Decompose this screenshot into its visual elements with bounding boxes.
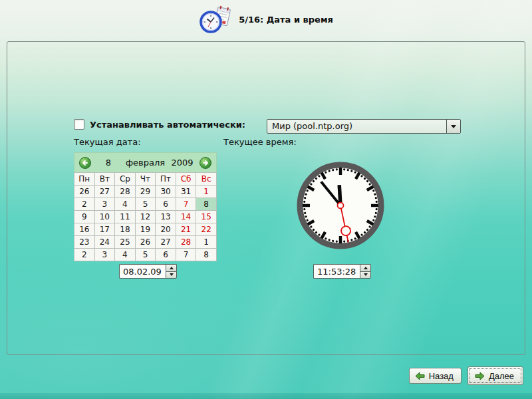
calendar-day-cell[interactable]: 30 xyxy=(156,186,176,198)
content-panel: Устанавливать автоматически: Мир (pool.n… xyxy=(7,41,525,355)
calendar-day-cell[interactable]: 27 xyxy=(94,186,115,198)
back-button[interactable]: Назад xyxy=(409,368,462,384)
calendar-day-cell[interactable]: 5 xyxy=(135,249,156,261)
calendar-day-cell[interactable]: 18 xyxy=(115,223,136,236)
calendar-day-cell[interactable]: 23 xyxy=(74,236,95,249)
calendar-month-value: февраля xyxy=(126,158,165,168)
weekday-header-cell: Чт xyxy=(135,173,156,186)
calendar-day-cell[interactable]: 28 xyxy=(176,236,196,249)
calendar-day-cell[interactable]: 25 xyxy=(115,236,136,249)
weekday-header-cell: Ср xyxy=(115,173,136,186)
auto-set-checkbox[interactable] xyxy=(74,119,84,130)
time-spinner-buttons xyxy=(360,264,371,279)
calendar-day-cell[interactable]: 31 xyxy=(176,186,196,198)
ntp-server-dropdown[interactable]: Мир (pool.ntp.org) xyxy=(267,119,461,134)
wizard-nav-buttons: Назад Далее xyxy=(409,366,523,385)
calendar-day-cell[interactable]: 19 xyxy=(135,223,156,236)
calendar-day-cell[interactable]: 26 xyxy=(74,186,95,198)
calendar-day-cell[interactable]: 28 xyxy=(115,186,136,198)
calendar-day-cell[interactable]: 21 xyxy=(176,223,196,236)
calendar-week-row: 2627282930311 xyxy=(74,186,217,198)
weekday-header-cell: Вс xyxy=(196,173,217,186)
calendar-day-cell[interactable]: 3 xyxy=(94,249,115,261)
calendar-day-cell[interactable]: 24 xyxy=(94,236,115,249)
time-spinner xyxy=(313,264,371,279)
weekday-header-cell: Пт xyxy=(156,173,176,186)
calendar-day-cell[interactable]: 14 xyxy=(176,211,196,223)
calendar-day-cell[interactable]: 6 xyxy=(156,249,176,261)
date-spin-up-button[interactable] xyxy=(166,264,177,271)
up-arrow-icon xyxy=(364,267,368,269)
wizard-header: 5/16: Дата и время xyxy=(0,0,532,39)
analog-clock xyxy=(296,161,385,250)
date-spin-down-button[interactable] xyxy=(166,271,177,279)
weekday-header-cell: Пн xyxy=(74,173,95,186)
green-right-arrow-icon xyxy=(475,372,485,380)
next-button-label: Далее xyxy=(489,371,514,381)
page-title: 5/16: Дата и время xyxy=(239,15,333,25)
next-button[interactable]: Далее xyxy=(467,366,523,385)
calendar-day-cell[interactable]: 2 xyxy=(74,249,95,261)
back-button-label: Назад xyxy=(429,371,454,381)
bottom-accent-strip xyxy=(0,393,532,399)
down-arrow-icon xyxy=(170,273,174,276)
calendar-nav-bar: 8 февраля 2009 xyxy=(74,152,217,172)
calendar-day-cell[interactable]: 17 xyxy=(94,223,115,236)
calendar-day-cell[interactable]: 4 xyxy=(115,249,136,261)
clock-center-pivot xyxy=(338,203,344,209)
date-time-icon xyxy=(199,5,232,34)
calendar-day-cell[interactable]: 11 xyxy=(115,211,136,223)
calendar-day-cell[interactable]: 16 xyxy=(74,223,95,236)
auto-set-checkbox-label: Устанавливать автоматически: xyxy=(90,120,245,130)
calendar-day-cell[interactable]: 26 xyxy=(135,236,156,249)
calendar-day-cell[interactable]: 12 xyxy=(135,211,156,223)
calendar-day-cell[interactable]: 3 xyxy=(94,198,115,211)
right-arrow-icon xyxy=(202,160,209,166)
calendar-day-cell[interactable]: 1 xyxy=(196,186,217,198)
time-spin-up-button[interactable] xyxy=(360,264,371,271)
calendar-day-cell[interactable]: 8 xyxy=(196,198,217,211)
calendar-grid: ПнВтСрЧтПтСбВс 2627282930311234567891011… xyxy=(74,172,217,261)
calendar-day-cell[interactable]: 27 xyxy=(156,236,176,249)
date-spinner xyxy=(119,264,177,279)
calendar-day-cell[interactable]: 4 xyxy=(115,198,136,211)
calendar-body: 2627282930311234567891011121314151617181… xyxy=(74,186,217,261)
date-spinner-input[interactable] xyxy=(119,264,166,279)
calendar-next-button[interactable] xyxy=(200,157,211,169)
chevron-down-icon xyxy=(451,125,456,128)
calendar-day-cell[interactable]: 5 xyxy=(135,198,156,211)
wizard-screen: 5/16: Дата и время Устанавливать автомат… xyxy=(0,0,532,399)
current-date-label: Текущая дата: xyxy=(74,137,141,147)
calendar-week-row: 2345678 xyxy=(74,198,217,211)
calendar-weekday-row: ПнВтСрЧтПтСбВс xyxy=(74,173,217,186)
calendar-year-value: 2009 xyxy=(168,158,197,168)
calendar-week-row: 9101112131415 xyxy=(74,211,217,223)
calendar-day-cell[interactable]: 8 xyxy=(196,249,217,261)
calendar-day-cell[interactable]: 29 xyxy=(135,186,156,198)
calendar-day-cell[interactable]: 9 xyxy=(74,211,95,223)
time-spin-down-button[interactable] xyxy=(360,271,371,279)
ntp-server-selected-value: Мир (pool.ntp.org) xyxy=(267,120,446,133)
calendar-day-cell[interactable]: 22 xyxy=(196,223,217,236)
calendar-day-cell[interactable]: 13 xyxy=(156,211,176,223)
calendar-day-cell[interactable]: 1 xyxy=(196,236,217,249)
calendar-day-cell[interactable]: 6 xyxy=(156,198,176,211)
calendar-day-cell[interactable]: 7 xyxy=(176,249,196,261)
calendar-day-cell[interactable]: 2 xyxy=(74,198,95,211)
calendar-day-cell[interactable]: 15 xyxy=(196,211,217,223)
calendar-week-row: 2345678 xyxy=(74,249,217,261)
time-spinner-input[interactable] xyxy=(313,264,360,279)
calendar-prev-button[interactable] xyxy=(79,157,91,169)
calendar-day-cell[interactable]: 20 xyxy=(156,223,176,236)
date-spinner-buttons xyxy=(166,264,177,279)
calendar-day-cell[interactable]: 7 xyxy=(176,198,196,211)
analog-clock-face xyxy=(296,161,385,250)
calendar-day-cell[interactable]: 10 xyxy=(94,211,115,223)
dropdown-arrow-button[interactable] xyxy=(446,120,460,133)
weekday-header-cell: Вт xyxy=(94,173,115,186)
weekday-header-cell: Сб xyxy=(176,173,196,186)
calendar-day-value: 8 xyxy=(94,158,123,168)
ntp-auto-row: Устанавливать автоматически: xyxy=(74,119,245,130)
green-left-arrow-icon xyxy=(415,372,425,380)
down-arrow-icon xyxy=(364,273,368,276)
